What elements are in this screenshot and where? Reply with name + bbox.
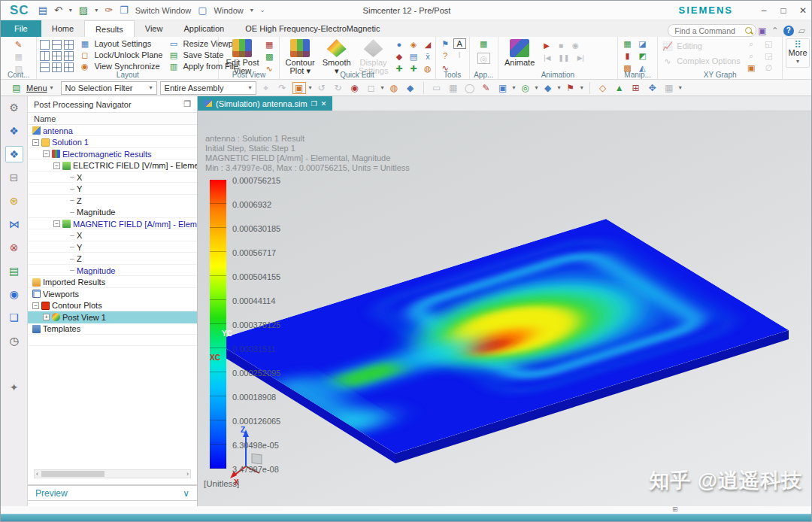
- select-box-dropdown-icon[interactable]: ▾: [309, 84, 312, 91]
- snap-point-icon[interactable]: ⌖: [259, 83, 273, 93]
- xy-rect2-icon[interactable]: ◲: [762, 50, 775, 62]
- expand-icon[interactable]: ✥: [646, 83, 659, 93]
- tree-row[interactable]: Z: [28, 253, 197, 266]
- table-dropdown-icon[interactable]: ▾: [679, 84, 682, 91]
- sphere-dropdown-icon[interactable]: ▾: [535, 84, 538, 91]
- layout-settings-button[interactable]: ▦Layout Settings: [78, 38, 162, 49]
- tree-row-selected[interactable]: + Post View 1: [28, 311, 197, 323]
- group-label-quick-edit[interactable]: Quick Edit: [280, 71, 435, 79]
- tab-application[interactable]: Application: [173, 20, 235, 37]
- move-object-icon[interactable]: ↷: [276, 83, 289, 93]
- preview-section-header[interactable]: Preview ∨: [28, 484, 197, 501]
- cube-icon[interactable]: ◆: [541, 83, 555, 93]
- tree-item-label[interactable]: ELECTRIC FIELD [V/mm] - Elemental: [73, 161, 197, 170]
- expand-icon[interactable]: +: [43, 314, 50, 320]
- qe-xbar-icon[interactable]: x̄: [421, 51, 434, 62]
- tree-row[interactable]: Magnitude: [28, 265, 197, 277]
- app-grid-icon[interactable]: ▦: [477, 38, 490, 50]
- step-first-icon[interactable]: |◀: [544, 54, 550, 62]
- tree-row[interactable]: Y: [28, 241, 197, 253]
- qe-marker-icon[interactable]: ◆: [392, 51, 405, 62]
- collapse-ribbon-icon[interactable]: ⌃: [771, 26, 779, 36]
- ribbon-window-icon[interactable]: ▣: [758, 26, 766, 36]
- window-dropdown-icon[interactable]: ▾: [250, 7, 253, 14]
- complex-options-button[interactable]: ∿Complex Options: [661, 56, 740, 66]
- layout-grid-icon[interactable]: [64, 40, 74, 50]
- group-label-post-view[interactable]: Post View: [219, 71, 278, 79]
- collapse-icon[interactable]: −: [53, 220, 60, 227]
- tree-item-label[interactable]: X: [77, 231, 82, 240]
- tree-row[interactable]: Imported Results: [28, 277, 197, 289]
- column-header-name[interactable]: Name: [28, 113, 197, 125]
- tree-item-label[interactable]: antenna: [43, 126, 73, 135]
- tree-row[interactable]: − MAGNETIC FIELD [A/mm] - Elemental: [28, 218, 197, 230]
- history-icon[interactable]: ▤: [5, 263, 23, 279]
- collapse-icon[interactable]: −: [53, 162, 60, 169]
- tab-restore-icon[interactable]: ❐: [311, 100, 317, 108]
- panel-float-icon[interactable]: ❐: [183, 99, 191, 109]
- tree-item-label[interactable]: MAGNETIC FIELD [A/mm] - Elemental: [73, 220, 197, 229]
- rotate-cw-icon[interactable]: ↻: [332, 83, 345, 93]
- preview-chevron-icon[interactable]: ∨: [183, 488, 189, 499]
- tree-row[interactable]: X: [28, 171, 197, 184]
- header-dropdown-icon[interactable]: ▾: [513, 84, 516, 91]
- tree-row[interactable]: − ELECTRIC FIELD [V/mm] - Elemental: [28, 160, 197, 172]
- contour-pencil-icon[interactable]: ✎: [12, 39, 25, 50]
- contour-legend-bar[interactable]: [210, 180, 226, 469]
- internet-info-icon[interactable]: ◉: [5, 286, 23, 302]
- settings-gear-icon[interactable]: ⚙: [5, 99, 23, 116]
- more-button[interactable]: ⠿ More ▾: [786, 38, 810, 68]
- horizontal-scrollbar[interactable]: ‹ ›: [34, 469, 191, 478]
- tab-file[interactable]: File: [1, 20, 41, 37]
- undo-icon[interactable]: ↶: [54, 4, 62, 17]
- selection-filter-dropdown[interactable]: No Selection Filter▾: [61, 81, 157, 95]
- qe-curve-icon[interactable]: ◢: [421, 39, 434, 50]
- tree-item-label[interactable]: Solution 1: [52, 138, 89, 147]
- motion-navigator-icon[interactable]: ⋈: [5, 216, 23, 232]
- marquee-select-icon[interactable]: ◻: [365, 83, 378, 93]
- tree-item-label[interactable]: Magnitude: [77, 266, 115, 275]
- group-label-cont[interactable]: Cont...: [1, 71, 36, 79]
- viewport-canvas[interactable]: antenna : Solution 1 Result Initial Step…: [198, 111, 812, 506]
- qe-layers-icon[interactable]: ▤: [407, 51, 420, 62]
- save-icon[interactable]: ▤: [38, 4, 47, 17]
- tree-item-label[interactable]: Templates: [43, 324, 80, 333]
- parts-navigator-icon[interactable]: ⊛: [5, 193, 23, 209]
- journal-clock-icon[interactable]: ◷: [5, 332, 23, 349]
- layout-grid6-icon[interactable]: [64, 51, 74, 61]
- marquee-dropdown-icon[interactable]: ▾: [381, 84, 384, 91]
- tree-row[interactable]: Magnitude: [28, 207, 197, 219]
- tools-annotation-icon[interactable]: A: [453, 38, 466, 49]
- view-synchronize-button[interactable]: ◉View Synchronize: [78, 61, 162, 71]
- tree-row[interactable]: − Contour Plots: [28, 300, 197, 312]
- scope-dropdown[interactable]: Entire Assembly▾: [160, 81, 256, 95]
- post-view-small1-icon[interactable]: ▦: [263, 39, 276, 50]
- window-icon[interactable]: ▭: [430, 83, 444, 93]
- flag-dropdown-icon[interactable]: ▾: [580, 84, 583, 91]
- tree-row[interactable]: − Electromagnetic Results: [28, 148, 197, 160]
- cube-dropdown-icon[interactable]: ▾: [558, 84, 561, 91]
- group-label-layout[interactable]: Layout: [37, 71, 218, 79]
- qe-points-icon[interactable]: ◈: [407, 39, 420, 50]
- undo-dropdown-icon[interactable]: ▾: [69, 7, 72, 14]
- layout-cols-icon[interactable]: [40, 51, 50, 61]
- group-label-manip[interactable]: Manip...: [618, 71, 657, 79]
- window-menu-button[interactable]: Window: [214, 6, 244, 15]
- tree-item-label[interactable]: Contour Plots: [52, 301, 102, 310]
- tree-item-label[interactable]: X: [77, 173, 82, 182]
- brush-icon[interactable]: ✎: [480, 83, 493, 93]
- tab-oe-high-frequency[interactable]: OE High Frequency-ElectroMagnetic: [235, 20, 390, 37]
- manip1-icon[interactable]: ▦: [621, 38, 634, 50]
- contour-stamp-icon[interactable]: ▦: [12, 51, 25, 62]
- scroll-left-icon[interactable]: ‹: [36, 470, 38, 478]
- tab-view[interactable]: View: [135, 20, 174, 37]
- assembly-navigator-icon[interactable]: ❖: [5, 123, 23, 139]
- layout-rows-icon[interactable]: [52, 40, 62, 50]
- qat-customize-icon[interactable]: ⌄: [260, 7, 265, 14]
- magnet-icon[interactable]: ◉: [348, 83, 362, 93]
- group-label-xy-graph[interactable]: XY Graph: [658, 71, 782, 79]
- tools-flag-icon[interactable]: ⚑: [439, 38, 452, 50]
- render-style-icon[interactable]: ◍: [387, 83, 401, 93]
- maximize-button[interactable]: □: [774, 5, 793, 16]
- xy-probe1-icon[interactable]: ⌕: [745, 38, 758, 50]
